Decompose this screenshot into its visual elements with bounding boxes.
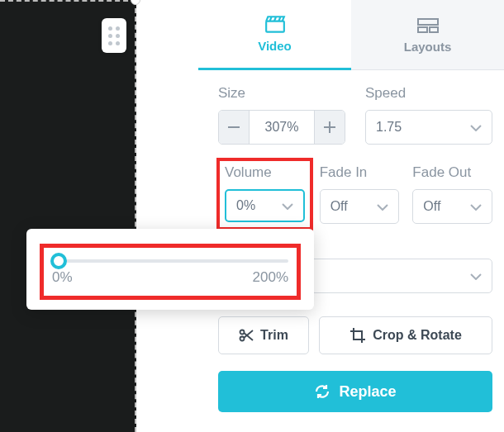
crop-rotate-button[interactable]: Crop & Rotate bbox=[319, 316, 492, 354]
volume-slider[interactable] bbox=[52, 259, 288, 263]
speed-select[interactable]: 1.75 bbox=[365, 110, 492, 145]
refresh-icon bbox=[314, 383, 330, 400]
volume-select[interactable]: 0% bbox=[225, 189, 305, 222]
minus-icon bbox=[228, 126, 240, 128]
size-decrease-button[interactable] bbox=[219, 111, 249, 144]
fadein-value: Off bbox=[330, 199, 348, 214]
scissors-icon bbox=[239, 328, 254, 343]
volume-value: 0% bbox=[236, 198, 255, 213]
trim-label: Trim bbox=[260, 328, 288, 343]
chevron-down-icon bbox=[470, 268, 482, 283]
svg-rect-1 bbox=[418, 19, 438, 25]
svg-rect-0 bbox=[266, 21, 284, 31]
svg-rect-2 bbox=[418, 27, 427, 32]
svg-rect-6 bbox=[324, 126, 335, 128]
chevron-down-icon bbox=[377, 199, 388, 214]
crop-label: Crop & Rotate bbox=[373, 328, 462, 343]
fadein-label: Fade In bbox=[320, 164, 400, 181]
speed-field: Speed 1.75 bbox=[365, 85, 492, 145]
speed-value: 1.75 bbox=[376, 120, 402, 135]
slider-labels: 0% 200% bbox=[52, 269, 288, 286]
tab-layouts[interactable]: Layouts bbox=[351, 0, 504, 70]
volume-slider-popover: 0% 200% bbox=[26, 229, 314, 310]
chevron-down-icon bbox=[470, 199, 482, 214]
slider-max-label: 200% bbox=[253, 269, 288, 286]
size-value: 307% bbox=[249, 111, 315, 144]
plus-icon bbox=[324, 121, 335, 133]
size-field: Size 307% bbox=[218, 85, 345, 145]
drag-handle[interactable] bbox=[102, 18, 126, 53]
fadeout-value: Off bbox=[423, 199, 440, 214]
size-increase-button[interactable] bbox=[315, 111, 345, 144]
canvas-area[interactable] bbox=[0, 0, 136, 432]
svg-rect-3 bbox=[430, 27, 438, 32]
volume-slider-thumb[interactable] bbox=[50, 253, 67, 269]
crop-icon bbox=[349, 327, 366, 344]
volume-slider-highlight: 0% 200% bbox=[40, 244, 301, 300]
size-label: Size bbox=[218, 85, 345, 102]
slider-min-label: 0% bbox=[52, 269, 73, 286]
size-stepper[interactable]: 307% bbox=[218, 110, 345, 145]
fadein-field: Fade In Off bbox=[320, 159, 400, 229]
fadeout-label: Fade Out bbox=[412, 164, 492, 181]
fadeout-select[interactable]: Off bbox=[412, 189, 492, 224]
volume-field-highlight: Volume 0% bbox=[218, 159, 311, 229]
layouts-icon bbox=[417, 17, 439, 35]
volume-label: Volume bbox=[225, 164, 305, 181]
replace-label: Replace bbox=[339, 383, 396, 401]
svg-rect-4 bbox=[228, 126, 240, 128]
properties-panel: Video Layouts Size 307% bbox=[198, 0, 504, 432]
chevron-down-icon bbox=[470, 120, 482, 135]
replace-button[interactable]: Replace bbox=[218, 371, 492, 412]
chevron-down-icon bbox=[282, 198, 293, 213]
tabs: Video Layouts bbox=[198, 0, 504, 70]
tab-layouts-label: Layouts bbox=[404, 40, 452, 54]
fadein-select[interactable]: Off bbox=[320, 189, 400, 224]
trim-button[interactable]: Trim bbox=[218, 316, 309, 354]
speed-label: Speed bbox=[365, 85, 492, 102]
fadeout-field: Fade Out Off bbox=[412, 159, 492, 229]
clapperboard-icon bbox=[264, 16, 286, 34]
tab-video-label: Video bbox=[258, 39, 292, 53]
drag-dots-icon bbox=[108, 26, 120, 45]
tab-video[interactable]: Video bbox=[198, 0, 351, 70]
